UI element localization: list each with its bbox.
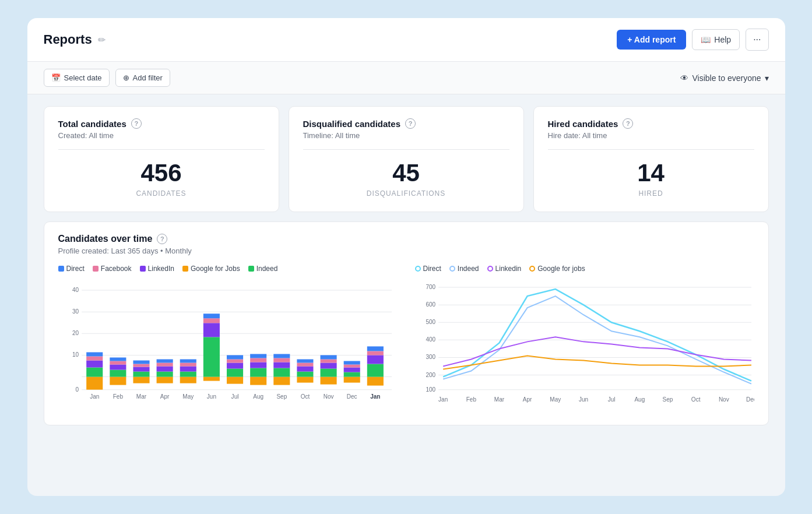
svg-text:200: 200	[426, 372, 435, 378]
main-card: Reports ✏ + Add report 📖 Help ··· 📅 Sele…	[27, 18, 785, 496]
svg-rect-75	[320, 355, 336, 359]
svg-rect-71	[320, 377, 336, 385]
bar-legend: Direct Facebook LinkedIn Google for	[58, 265, 398, 273]
visible-everyone-button[interactable]: 👁 Visible to everyone ▾	[680, 73, 768, 83]
visible-label: Visible to everyone	[692, 73, 761, 83]
svg-text:300: 300	[426, 354, 435, 360]
svg-text:Apr: Apr	[160, 393, 169, 400]
svg-rect-54	[250, 368, 266, 377]
svg-text:Dec: Dec	[746, 396, 754, 403]
svg-rect-60	[273, 368, 290, 377]
legend-item-direct-line: Direct	[415, 265, 441, 273]
legend-item-direct: Direct	[58, 265, 85, 273]
stat-card-disqualified: Disqualified candidates ? Timeline: All …	[289, 106, 524, 212]
help-icon-hired[interactable]: ?	[623, 118, 633, 129]
chart-title: Candidates over time ?	[58, 234, 754, 244]
svg-rect-77	[343, 377, 360, 383]
svg-rect-59	[273, 377, 290, 385]
svg-rect-27	[133, 360, 149, 364]
svg-text:Feb: Feb	[466, 396, 476, 403]
chevron-down-icon: ▾	[765, 73, 769, 83]
svg-rect-26	[133, 364, 149, 367]
stat-number-total: 456	[58, 159, 265, 187]
svg-rect-29	[156, 377, 173, 383]
chart-card: Candidates over time ? Profile created: …	[44, 221, 769, 425]
svg-text:Sep: Sep	[662, 396, 673, 403]
svg-rect-51	[226, 355, 242, 359]
legend-item-linkedin-line: Linkedin	[487, 265, 522, 273]
svg-rect-12	[86, 368, 103, 377]
svg-text:Aug: Aug	[253, 393, 263, 400]
svg-text:May: May	[182, 393, 194, 400]
svg-text:Jun: Jun	[206, 393, 216, 400]
page-title: Reports	[44, 32, 92, 47]
filter-bar: 📅 Select date ⊕ Add filter 👁 Visible to …	[27, 62, 785, 94]
add-report-button[interactable]: + Add report	[617, 30, 686, 50]
svg-rect-13	[86, 360, 103, 367]
help-button[interactable]: 📖 Help	[692, 29, 740, 50]
svg-text:0: 0	[75, 386, 79, 393]
select-date-button[interactable]: 📅 Select date	[44, 69, 110, 87]
svg-rect-39	[180, 359, 196, 362]
legend-item-google: Google for Jobs	[182, 265, 240, 273]
stat-label-hired: HIRED	[548, 189, 754, 198]
svg-text:Nov: Nov	[718, 396, 729, 403]
svg-text:Oct: Oct	[300, 393, 310, 400]
svg-text:Jan: Jan	[90, 393, 99, 400]
svg-rect-36	[180, 372, 196, 377]
edit-icon[interactable]: ✏	[98, 34, 106, 45]
help-icon-total[interactable]: ?	[131, 118, 142, 129]
svg-rect-63	[273, 354, 290, 358]
help-label: Help	[714, 35, 731, 44]
svg-rect-53	[250, 377, 266, 385]
line-chart-wrap: Direct Indeed Linkedin Google for j	[415, 265, 754, 413]
help-icon-chart[interactable]: ?	[157, 234, 167, 244]
svg-rect-17	[110, 377, 126, 385]
svg-rect-23	[133, 377, 149, 383]
svg-rect-21	[110, 357, 126, 361]
book-icon: 📖	[701, 35, 711, 44]
svg-text:Jan: Jan	[370, 393, 380, 400]
filter-left: 📅 Select date ⊕ Add filter	[44, 69, 170, 87]
svg-rect-78	[343, 372, 360, 377]
svg-text:Jan: Jan	[438, 396, 448, 403]
svg-text:Mar: Mar	[136, 393, 146, 400]
svg-rect-79	[343, 368, 360, 372]
svg-rect-68	[297, 362, 313, 366]
legend-item-indeed: Indeed	[248, 265, 278, 273]
svg-rect-43	[203, 323, 219, 337]
stat-card-title-dq: Disqualified candidates	[303, 119, 401, 129]
svg-text:400: 400	[426, 336, 435, 343]
stat-card-hired: Hired candidates ? Hire date: All time 1…	[533, 106, 769, 212]
svg-rect-69	[297, 359, 313, 362]
svg-rect-67	[297, 367, 313, 372]
svg-text:Jul: Jul	[607, 396, 615, 403]
stat-card-header: Total candidates ?	[58, 118, 265, 129]
svg-text:10: 10	[72, 351, 79, 358]
svg-rect-48	[226, 369, 242, 377]
add-filter-button[interactable]: ⊕ Add filter	[115, 69, 170, 87]
stat-cards: Total candidates ? Created: All time 456…	[44, 106, 769, 212]
svg-rect-87	[367, 346, 383, 351]
more-button[interactable]: ···	[746, 29, 768, 51]
svg-rect-65	[297, 377, 313, 383]
header-bar: Reports ✏ + Add report 📖 Help ···	[27, 18, 785, 62]
line-legend: Direct Indeed Linkedin Google for j	[415, 265, 754, 273]
svg-rect-31	[156, 367, 173, 372]
svg-rect-83	[367, 377, 383, 386]
svg-rect-14	[86, 356, 103, 360]
svg-text:40: 40	[72, 287, 79, 293]
svg-rect-25	[133, 367, 149, 372]
stat-card-header: Hired candidates ?	[548, 118, 754, 129]
svg-text:500: 500	[426, 319, 435, 325]
bar-chart-wrap: Direct Facebook LinkedIn Google for	[58, 265, 398, 413]
legend-item-facebook: Facebook	[93, 265, 132, 273]
svg-text:Sep: Sep	[276, 393, 287, 400]
svg-rect-18	[110, 370, 126, 377]
svg-rect-81	[343, 361, 360, 364]
svg-rect-38	[180, 362, 196, 366]
help-icon-dq[interactable]: ?	[405, 118, 416, 129]
svg-text:May: May	[550, 396, 561, 403]
filter-icon: ⊕	[123, 73, 129, 82]
svg-text:Aug: Aug	[634, 396, 645, 403]
